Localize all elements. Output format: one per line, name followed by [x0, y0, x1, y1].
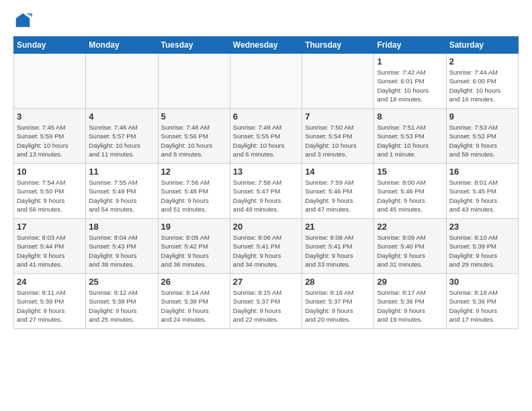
day-info: Sunrise: 8:14 AM Sunset: 5:38 PM Dayligh… — [161, 288, 227, 324]
day-info: Sunrise: 7:59 AM Sunset: 5:46 PM Dayligh… — [305, 178, 371, 214]
calendar-cell: 23Sunrise: 8:10 AM Sunset: 5:39 PM Dayli… — [446, 219, 518, 274]
weekday-header-monday: Monday — [86, 37, 158, 54]
week-row-3: 10Sunrise: 7:54 AM Sunset: 5:50 PM Dayli… — [14, 164, 519, 219]
calendar-cell: 10Sunrise: 7:54 AM Sunset: 5:50 PM Dayli… — [14, 164, 86, 219]
day-number: 28 — [305, 277, 371, 287]
day-number: 17 — [17, 222, 83, 232]
day-number: 21 — [305, 222, 371, 232]
day-info: Sunrise: 8:16 AM Sunset: 5:37 PM Dayligh… — [305, 288, 371, 324]
calendar-cell: 14Sunrise: 7:59 AM Sunset: 5:46 PM Dayli… — [302, 164, 374, 219]
day-info: Sunrise: 7:44 AM Sunset: 6:00 PM Dayligh… — [449, 68, 515, 103]
calendar-cell: 4Sunrise: 7:46 AM Sunset: 5:57 PM Daylig… — [86, 109, 158, 164]
day-info: Sunrise: 7:58 AM Sunset: 5:47 PM Dayligh… — [233, 178, 299, 214]
day-number: 23 — [449, 222, 515, 232]
calendar-cell: 5Sunrise: 7:48 AM Sunset: 5:56 PM Daylig… — [158, 109, 230, 164]
weekday-header-tuesday: Tuesday — [158, 37, 230, 54]
calendar-cell: 13Sunrise: 7:58 AM Sunset: 5:47 PM Dayli… — [230, 164, 302, 219]
day-info: Sunrise: 8:06 AM Sunset: 5:41 PM Dayligh… — [233, 233, 299, 269]
calendar-cell: 9Sunrise: 7:53 AM Sunset: 5:52 PM Daylig… — [446, 109, 518, 164]
day-number: 15 — [377, 167, 443, 177]
logo-icon — [13, 11, 32, 30]
day-info: Sunrise: 7:48 AM Sunset: 5:56 PM Dayligh… — [161, 123, 227, 158]
day-info: Sunrise: 8:03 AM Sunset: 5:44 PM Dayligh… — [17, 233, 83, 269]
calendar-cell — [14, 54, 86, 109]
day-info: Sunrise: 7:55 AM Sunset: 5:49 PM Dayligh… — [89, 178, 154, 214]
calendar-cell: 20Sunrise: 8:06 AM Sunset: 5:41 PM Dayli… — [230, 219, 302, 274]
day-number: 22 — [377, 222, 443, 232]
day-number: 10 — [17, 167, 83, 177]
calendar-cell: 3Sunrise: 7:45 AM Sunset: 5:59 PM Daylig… — [14, 109, 86, 164]
calendar-cell — [302, 54, 374, 109]
calendar-cell — [230, 54, 302, 109]
day-info: Sunrise: 8:12 AM Sunset: 5:38 PM Dayligh… — [89, 288, 154, 324]
weekday-header-wednesday: Wednesday — [230, 37, 302, 54]
page: SundayMondayTuesdayWednesdayThursdayFrid… — [0, 0, 532, 336]
calendar-cell: 2Sunrise: 7:44 AM Sunset: 6:00 PM Daylig… — [446, 54, 518, 109]
day-info: Sunrise: 8:10 AM Sunset: 5:39 PM Dayligh… — [449, 233, 515, 269]
calendar-cell: 16Sunrise: 8:01 AM Sunset: 5:45 PM Dayli… — [446, 164, 518, 219]
calendar-cell: 26Sunrise: 8:14 AM Sunset: 5:38 PM Dayli… — [158, 274, 230, 329]
day-number: 30 — [449, 277, 515, 287]
weekday-header-thursday: Thursday — [302, 37, 374, 54]
calendar-cell: 1Sunrise: 7:42 AM Sunset: 6:01 PM Daylig… — [374, 54, 446, 109]
calendar-table: SundayMondayTuesdayWednesdayThursdayFrid… — [13, 36, 519, 329]
day-info: Sunrise: 7:50 AM Sunset: 5:54 PM Dayligh… — [305, 123, 371, 158]
calendar-cell: 17Sunrise: 8:03 AM Sunset: 5:44 PM Dayli… — [14, 219, 86, 274]
day-number: 18 — [89, 222, 154, 232]
day-info: Sunrise: 8:05 AM Sunset: 5:42 PM Dayligh… — [161, 233, 227, 269]
calendar-cell: 18Sunrise: 8:04 AM Sunset: 5:43 PM Dayli… — [86, 219, 158, 274]
calendar-cell: 29Sunrise: 8:17 AM Sunset: 5:36 PM Dayli… — [374, 274, 446, 329]
day-number: 27 — [233, 277, 299, 287]
calendar-cell: 12Sunrise: 7:56 AM Sunset: 5:48 PM Dayli… — [158, 164, 230, 219]
day-number: 25 — [89, 277, 154, 287]
svg-marker-0 — [16, 13, 30, 28]
week-row-4: 17Sunrise: 8:03 AM Sunset: 5:44 PM Dayli… — [14, 219, 519, 274]
day-number: 14 — [305, 167, 371, 177]
calendar-cell: 11Sunrise: 7:55 AM Sunset: 5:49 PM Dayli… — [86, 164, 158, 219]
day-info: Sunrise: 7:54 AM Sunset: 5:50 PM Dayligh… — [17, 178, 83, 214]
day-number: 16 — [449, 167, 515, 177]
day-info: Sunrise: 7:46 AM Sunset: 5:57 PM Dayligh… — [89, 123, 154, 158]
week-row-1: 1Sunrise: 7:42 AM Sunset: 6:01 PM Daylig… — [14, 54, 519, 109]
header — [13, 11, 519, 30]
calendar-cell: 19Sunrise: 8:05 AM Sunset: 5:42 PM Dayli… — [158, 219, 230, 274]
calendar-cell: 8Sunrise: 7:51 AM Sunset: 5:53 PM Daylig… — [374, 109, 446, 164]
weekday-header-saturday: Saturday — [446, 37, 518, 54]
day-number: 26 — [161, 277, 227, 287]
calendar-cell: 15Sunrise: 8:00 AM Sunset: 5:46 PM Dayli… — [374, 164, 446, 219]
day-number: 12 — [161, 167, 227, 177]
day-number: 1 — [377, 56, 443, 66]
calendar-cell: 25Sunrise: 8:12 AM Sunset: 5:38 PM Dayli… — [86, 274, 158, 329]
day-info: Sunrise: 8:01 AM Sunset: 5:45 PM Dayligh… — [449, 178, 515, 214]
calendar-cell: 7Sunrise: 7:50 AM Sunset: 5:54 PM Daylig… — [302, 109, 374, 164]
day-number: 2 — [449, 56, 515, 66]
day-info: Sunrise: 8:15 AM Sunset: 5:37 PM Dayligh… — [233, 288, 299, 324]
day-info: Sunrise: 7:51 AM Sunset: 5:53 PM Dayligh… — [377, 123, 443, 158]
day-info: Sunrise: 8:00 AM Sunset: 5:46 PM Dayligh… — [377, 178, 443, 214]
calendar-cell: 21Sunrise: 8:08 AM Sunset: 5:41 PM Dayli… — [302, 219, 374, 274]
calendar-cell: 24Sunrise: 8:11 AM Sunset: 5:39 PM Dayli… — [14, 274, 86, 329]
day-number: 7 — [305, 111, 371, 122]
day-number: 19 — [161, 222, 227, 232]
day-number: 29 — [377, 277, 443, 287]
logo — [13, 11, 35, 30]
day-info: Sunrise: 7:49 AM Sunset: 5:55 PM Dayligh… — [233, 123, 299, 158]
day-number: 8 — [377, 111, 443, 122]
calendar-cell — [86, 54, 158, 109]
week-row-5: 24Sunrise: 8:11 AM Sunset: 5:39 PM Dayli… — [14, 274, 519, 329]
calendar-cell: 28Sunrise: 8:16 AM Sunset: 5:37 PM Dayli… — [302, 274, 374, 329]
day-number: 20 — [233, 222, 299, 232]
day-info: Sunrise: 8:17 AM Sunset: 5:36 PM Dayligh… — [377, 288, 443, 324]
day-number: 11 — [89, 167, 154, 177]
day-number: 9 — [449, 111, 515, 122]
weekday-header-friday: Friday — [374, 37, 446, 54]
day-info: Sunrise: 8:04 AM Sunset: 5:43 PM Dayligh… — [89, 233, 154, 269]
weekday-header-row: SundayMondayTuesdayWednesdayThursdayFrid… — [14, 37, 519, 54]
weekday-header-sunday: Sunday — [14, 37, 86, 54]
day-number: 13 — [233, 167, 299, 177]
day-number: 6 — [233, 111, 299, 122]
day-info: Sunrise: 8:08 AM Sunset: 5:41 PM Dayligh… — [305, 233, 371, 269]
calendar-cell: 30Sunrise: 8:18 AM Sunset: 5:36 PM Dayli… — [446, 274, 518, 329]
calendar-cell: 22Sunrise: 8:09 AM Sunset: 5:40 PM Dayli… — [374, 219, 446, 274]
day-info: Sunrise: 8:11 AM Sunset: 5:39 PM Dayligh… — [17, 288, 83, 324]
